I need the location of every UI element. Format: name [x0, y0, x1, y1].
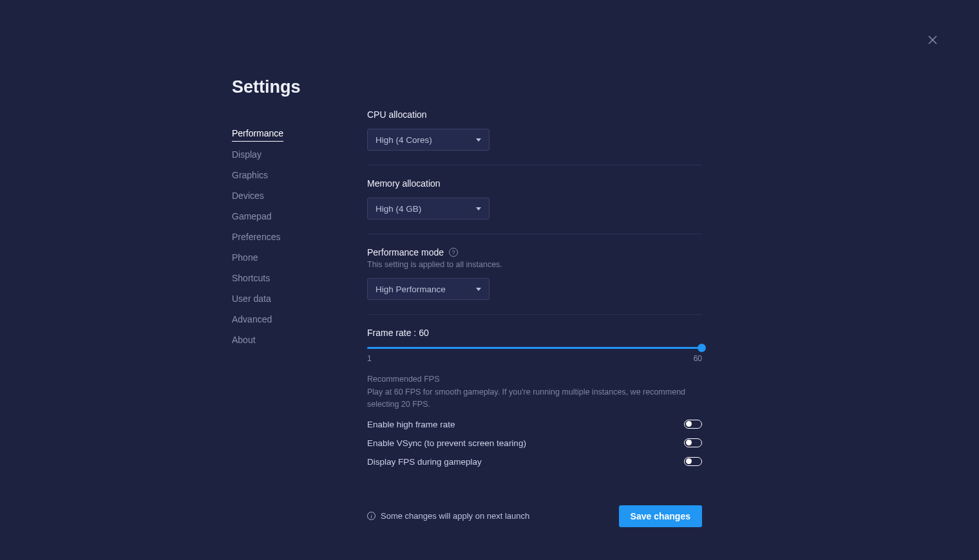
close-button[interactable] [925, 32, 940, 48]
enable-vsync-row: Enable VSync (to prevent screen tearing) [367, 438, 702, 448]
toggle-knob [686, 421, 692, 427]
toggle-knob [686, 440, 692, 445]
sidebar-item-performance[interactable]: Performance [232, 123, 283, 142]
cpu-allocation-value: High (4 Cores) [375, 135, 432, 145]
sidebar-item-shortcuts[interactable]: Shortcuts [232, 268, 270, 288]
cpu-allocation-label: CPU allocation [367, 109, 702, 120]
enable-high-frame-rate-toggle[interactable] [684, 420, 702, 429]
recommended-fps-title: Recommended FPS [367, 375, 702, 384]
recommended-fps-text: Play at 60 FPS for smooth gameplay. If y… [367, 386, 702, 411]
chevron-down-icon [476, 207, 481, 210]
sidebar-item-display[interactable]: Display [232, 144, 261, 165]
memory-allocation-section: Memory allocation High (4 GB) [367, 178, 702, 234]
footer-info-text: Some changes will apply on next launch [381, 511, 529, 521]
display-fps-toggle[interactable] [684, 457, 702, 466]
chevron-down-icon [476, 288, 481, 291]
performance-mode-label: Performance mode ? [367, 247, 702, 257]
memory-allocation-label: Memory allocation [367, 178, 702, 189]
sidebar-item-advanced[interactable]: Advanced [232, 309, 272, 330]
memory-allocation-dropdown[interactable]: High (4 GB) [367, 198, 490, 219]
frame-rate-max: 60 [694, 354, 702, 363]
performance-mode-section: Performance mode ? This setting is appli… [367, 247, 702, 315]
cpu-allocation-section: CPU allocation High (4 Cores) [367, 109, 702, 165]
toggle-knob [686, 458, 692, 464]
enable-high-frame-rate-row: Enable high frame rate [367, 420, 702, 429]
enable-vsync-toggle[interactable] [684, 438, 702, 447]
display-fps-row: Display FPS during gameplay [367, 457, 702, 467]
sidebar-item-devices[interactable]: Devices [232, 185, 264, 206]
memory-allocation-value: High (4 GB) [375, 204, 421, 214]
sidebar-item-gamepad[interactable]: Gamepad [232, 206, 271, 227]
chevron-down-icon [476, 138, 481, 142]
help-icon[interactable]: ? [449, 248, 458, 257]
close-icon [927, 35, 938, 45]
frame-rate-slider-thumb[interactable] [698, 344, 706, 352]
settings-content: CPU allocation High (4 Cores) Memory all… [367, 77, 702, 527]
settings-sidebar: Settings Performance Display Graphics De… [232, 77, 367, 527]
sidebar-item-graphics[interactable]: Graphics [232, 165, 268, 185]
settings-footer: i Some changes will apply on next launch… [367, 505, 702, 527]
performance-mode-label-text: Performance mode [367, 247, 444, 257]
enable-high-frame-rate-label: Enable high frame rate [367, 420, 455, 429]
sidebar-item-about[interactable]: About [232, 330, 256, 350]
page-title: Settings [232, 77, 367, 97]
frame-rate-slider[interactable] [367, 347, 702, 349]
frame-rate-min: 1 [367, 354, 372, 363]
performance-mode-dropdown[interactable]: High Performance [367, 278, 490, 300]
display-fps-label: Display FPS during gameplay [367, 457, 482, 467]
frame-rate-section: Frame rate : 60 1 60 Recommended FPS Pla… [367, 328, 702, 481]
enable-vsync-label: Enable VSync (to prevent screen tearing) [367, 438, 526, 448]
cpu-allocation-dropdown[interactable]: High (4 Cores) [367, 129, 490, 151]
sidebar-item-user-data[interactable]: User data [232, 288, 271, 309]
performance-mode-value: High Performance [375, 285, 446, 294]
save-changes-button[interactable]: Save changes [619, 505, 702, 527]
info-icon: i [367, 512, 375, 520]
sidebar-item-preferences[interactable]: Preferences [232, 227, 280, 247]
sidebar-item-phone[interactable]: Phone [232, 247, 258, 268]
frame-rate-label: Frame rate : 60 [367, 328, 702, 338]
footer-info: i Some changes will apply on next launch [367, 511, 529, 521]
performance-mode-sublabel: This setting is applied to all instances… [367, 260, 702, 269]
